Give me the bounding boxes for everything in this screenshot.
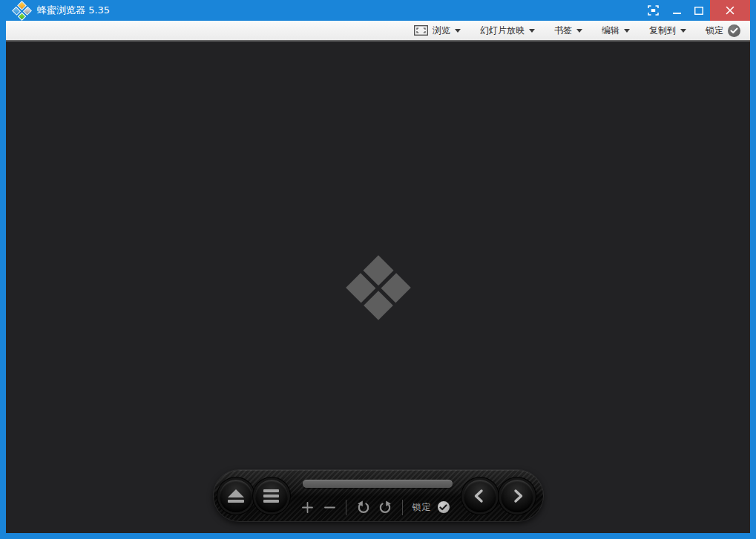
chevron-down-icon [529, 29, 535, 36]
eject-icon [228, 489, 244, 503]
minus-icon [323, 501, 336, 514]
image-viewer-canvas: 锁定 [6, 42, 750, 533]
next-button[interactable] [501, 480, 533, 512]
toolbar: 浏览 幻灯片放映 书签 编辑 复制到 锁定 [6, 21, 750, 42]
fullscreen-button[interactable] [640, 0, 665, 21]
menu-edit-label: 编辑 [602, 24, 619, 37]
menu-edit[interactable]: 编辑 [602, 24, 630, 37]
menu-lock[interactable]: 锁定 [706, 24, 740, 37]
zoom-out-button[interactable] [323, 501, 336, 514]
window-controls [640, 0, 756, 21]
hamburger-icon [263, 489, 279, 503]
fullscreen-icon [648, 5, 659, 16]
eject-button[interactable] [220, 480, 252, 512]
chevron-down-icon [624, 29, 630, 36]
menu-bookmarks-label: 书签 [554, 24, 572, 37]
lock-toggle[interactable] [438, 501, 450, 513]
rotate-right-icon [378, 500, 392, 515]
check-icon [439, 504, 447, 511]
divider [402, 500, 403, 515]
minimize-button[interactable] [665, 0, 688, 21]
maximize-icon [694, 7, 703, 15]
chevron-down-icon [455, 29, 461, 36]
chevron-down-icon [680, 29, 686, 36]
four-diamonds-logo [346, 255, 411, 320]
check-badge-icon [728, 24, 740, 37]
app-logo-icon [10, 1, 33, 22]
zoom-in-button[interactable] [301, 501, 314, 514]
chevron-right-icon [508, 487, 526, 505]
window-title: 蜂蜜浏览器 5.35 [37, 4, 110, 17]
minimize-icon [673, 13, 681, 14]
chevron-left-icon [471, 487, 489, 505]
menu-browse-label: 浏览 [433, 24, 450, 37]
plus-icon [301, 501, 314, 514]
divider [346, 500, 346, 515]
rotate-right-button[interactable] [378, 500, 392, 515]
app-window: { "window": { "title": "蜂蜜浏览器 5.35", "co… [0, 0, 756, 539]
titlebar: 蜂蜜浏览器 5.35 [0, 0, 756, 21]
menu-bookmarks[interactable]: 书签 [554, 24, 582, 37]
menu-button[interactable] [255, 480, 288, 512]
close-icon [726, 6, 734, 15]
adjustment-row: 锁定 [301, 497, 450, 517]
chevron-down-icon [576, 29, 582, 36]
menu-lock-label: 锁定 [706, 24, 723, 37]
menu-copy-to[interactable]: 复制到 [649, 24, 686, 37]
maximize-button[interactable] [688, 0, 710, 21]
lock-label: 锁定 [412, 501, 432, 514]
menu-slideshow-label: 幻灯片放映 [480, 24, 525, 37]
rotate-left-button[interactable] [356, 500, 371, 515]
previous-button[interactable] [464, 480, 496, 512]
floating-control-bar: 锁定 [214, 470, 543, 521]
menu-copy-to-label: 复制到 [649, 24, 676, 37]
image-position-slider[interactable] [303, 480, 453, 488]
menu-slideshow[interactable]: 幻灯片放映 [480, 24, 535, 37]
fit-view-icon [414, 25, 428, 36]
rotate-left-icon [356, 500, 371, 515]
menu-browse[interactable]: 浏览 [414, 24, 461, 37]
close-button[interactable] [710, 0, 750, 21]
